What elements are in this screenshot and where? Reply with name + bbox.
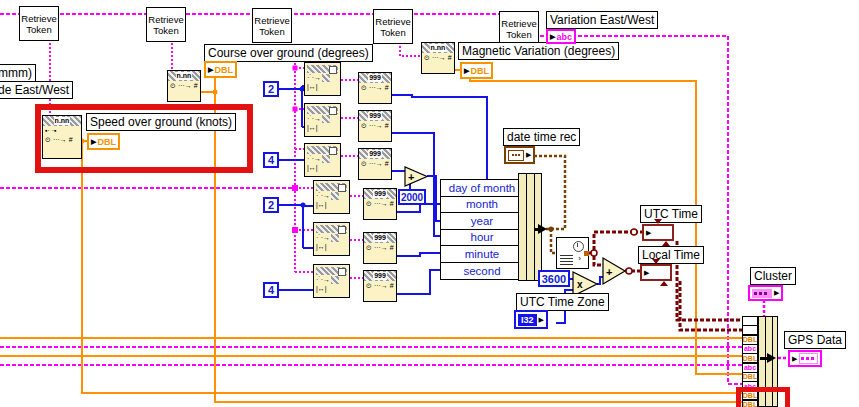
dbl-terminal-course[interactable]: ▶DBL bbox=[204, 61, 237, 78]
highlight-rect-dbl bbox=[736, 387, 790, 407]
decimal-header: 999 bbox=[364, 233, 396, 243]
constant-offset-4b[interactable]: 4 bbox=[263, 282, 279, 298]
string-subset-node-3[interactable]: ·˙·→ |↔| bbox=[304, 143, 341, 177]
arrow-icon: ▶ bbox=[774, 289, 779, 297]
subset-length-glyph: |↔| bbox=[314, 284, 349, 293]
label-cluster[interactable]: Cluster bbox=[750, 267, 796, 285]
caret-glyph: › bbox=[578, 254, 581, 263]
bundle-output-arrow bbox=[538, 224, 547, 234]
utc-time-zone-control[interactable]: I32 ▶ bbox=[514, 310, 548, 329]
label-gps-data[interactable]: GPS Data bbox=[784, 331, 846, 349]
dbl-terminal-magnetic[interactable]: ▶DBL bbox=[460, 62, 493, 79]
subset-length-glyph: |↔| bbox=[305, 163, 340, 172]
constant-offset-4a[interactable]: 4 bbox=[263, 152, 279, 168]
label-variation-east-west[interactable]: Variation East/West bbox=[546, 11, 658, 29]
subset-icon bbox=[316, 183, 347, 191]
decimal-string-node-4[interactable]: 999 ⊙ ⋯→ # bbox=[363, 188, 397, 220]
label-date-time-rec[interactable]: date time rec bbox=[503, 128, 580, 146]
cluster-mini-icon bbox=[508, 150, 524, 161]
constant-offset-2b[interactable]: 2 bbox=[263, 197, 279, 213]
datetime-bundle-rows[interactable]: day of month month year hour minute seco… bbox=[440, 179, 524, 280]
label-partial-east-west[interactable]: de East/West bbox=[0, 81, 73, 99]
subset-icon bbox=[316, 267, 347, 275]
string-subset-node-4[interactable]: ·˙·→ |↔| bbox=[313, 180, 350, 214]
multiply-glyph: x bbox=[577, 279, 583, 290]
bundle-row-hour[interactable]: hour bbox=[441, 230, 523, 247]
retrieve-token-node-2[interactable]: Retrieve Token bbox=[146, 7, 186, 42]
subset-length-glyph: |↔| bbox=[305, 82, 340, 91]
timestamp-output-terminal bbox=[584, 251, 589, 256]
scan-bottom-glyph: ⊙ ⋯→ # bbox=[364, 243, 396, 252]
hourglass-icon bbox=[652, 264, 668, 282]
retrieve-token-node-3[interactable]: Retrieve Token bbox=[252, 8, 292, 43]
string-subset-node-6[interactable]: ·˙·→ |↔| bbox=[313, 264, 350, 298]
subset-icon bbox=[307, 106, 338, 114]
retrieve-token-label: Retrieve Token bbox=[253, 15, 291, 37]
utc-time-indicator[interactable]: ▶ bbox=[642, 224, 674, 241]
decimal-header: 999 bbox=[364, 189, 396, 199]
bundle-row-month[interactable]: month bbox=[441, 197, 523, 214]
string-subset-node-2[interactable]: ·˙·→ |↔| bbox=[304, 103, 341, 137]
label-utc-time-zone[interactable]: UTC Time Zone bbox=[516, 293, 609, 311]
scan-node-magnetic-variation[interactable]: n.nn ⊙ ⋯→ # bbox=[421, 42, 455, 74]
hourglass-icon bbox=[654, 224, 670, 242]
retrieve-token-node-5[interactable]: Retrieve Token bbox=[499, 11, 539, 46]
string-subset-node-5[interactable]: ·˙·→ |↔| bbox=[313, 222, 350, 256]
retrieve-token-label: Retrieve Token bbox=[374, 16, 412, 38]
arrow-icon: ▶ bbox=[526, 151, 531, 159]
label-local-time[interactable]: Local Time bbox=[638, 246, 704, 264]
constant-offset-2a[interactable]: 2 bbox=[263, 81, 279, 97]
abc-terminal-variation[interactable]: ▶abc bbox=[546, 29, 576, 44]
highlight-rect-speed bbox=[35, 104, 253, 173]
bundle-row-minute[interactable]: minute bbox=[441, 246, 523, 263]
label-utc-time[interactable]: UTC Time bbox=[640, 205, 702, 223]
arrow-icon: ▶ bbox=[792, 355, 797, 363]
subset-icon bbox=[307, 65, 338, 73]
decimal-header: 999 bbox=[364, 271, 396, 281]
subset-length-glyph: |↔| bbox=[305, 123, 340, 132]
decimal-string-node-1[interactable]: 999 ⊙ ⋯→ # bbox=[358, 72, 392, 104]
constant-3600[interactable]: 3600 bbox=[538, 270, 570, 287]
label-magnetic-variation[interactable]: Magnetic Variation (degrees) bbox=[458, 42, 619, 60]
scan-bottom-glyph: ⊙ ⋯→ # bbox=[359, 83, 391, 92]
retrieve-token-label: Retrieve Token bbox=[147, 14, 185, 36]
date-time-to-seconds-node[interactable]: › bbox=[556, 237, 589, 269]
subset-icon bbox=[307, 146, 338, 154]
gps-data-indicator[interactable]: ▶ bbox=[788, 350, 822, 367]
add-time-glyph: + bbox=[606, 266, 612, 278]
arrow-icon: ▶ bbox=[539, 316, 544, 324]
label-course-over-ground[interactable]: Course over ground (degrees) bbox=[204, 44, 373, 62]
string-subset-node-1[interactable]: ·˙·→ |↔| bbox=[304, 62, 341, 96]
decimal-string-node-2[interactable]: 999 ⊙ ⋯→ # bbox=[358, 110, 392, 142]
label-partial-paren[interactable]: mmm) bbox=[0, 64, 36, 82]
bundle-row-day[interactable]: day of month bbox=[441, 180, 523, 197]
gps-bundle-output-arrow bbox=[767, 353, 776, 363]
local-time-indicator[interactable]: ▶ bbox=[640, 264, 672, 281]
scan-node-course[interactable]: n.nn ⊙ ⋯→ # bbox=[167, 70, 201, 102]
add-year-glyph: + bbox=[408, 171, 414, 183]
arrow-icon: ▶ bbox=[646, 229, 651, 237]
constant-2000[interactable]: 2000 bbox=[398, 189, 426, 205]
subset-length-glyph: |↔| bbox=[314, 200, 349, 209]
scan-header: n.nn bbox=[168, 71, 200, 81]
retrieve-token-node-1[interactable]: Retrieve Token bbox=[19, 6, 59, 41]
strip-divider bbox=[526, 174, 527, 280]
retrieve-token-node-4[interactable]: Retrieve Token bbox=[373, 9, 413, 44]
arrow-icon: ▶ bbox=[550, 33, 555, 41]
decimal-string-node-6[interactable]: 999 ⊙ ⋯→ # bbox=[363, 270, 397, 302]
date-time-rec-indicator[interactable]: ▶ bbox=[504, 146, 535, 164]
bundle-row-second[interactable]: second bbox=[441, 263, 523, 280]
retrieve-token-label: Retrieve Token bbox=[500, 18, 538, 40]
decimal-string-node-5[interactable]: 999 ⊙ ⋯→ # bbox=[363, 232, 397, 264]
scan-bottom-glyph: ⊙ ⋯→ # bbox=[364, 281, 396, 290]
bundle-row-year[interactable]: year bbox=[441, 213, 523, 230]
i32-type-chip: I32 bbox=[518, 314, 537, 326]
scan-bottom-glyph: ⊙ ⋯→ # bbox=[168, 81, 200, 90]
cluster-control[interactable]: ▶ bbox=[748, 285, 783, 301]
arrow-icon: ▶ bbox=[644, 269, 649, 277]
decimal-header: 999 bbox=[359, 111, 391, 121]
cluster-pattern-icon bbox=[799, 353, 818, 364]
decimal-string-node-3[interactable]: 999 ⊙ ⋯→ # bbox=[358, 148, 392, 180]
calendar-grid-icon bbox=[560, 254, 573, 265]
scan-header: n.nn bbox=[422, 43, 454, 53]
